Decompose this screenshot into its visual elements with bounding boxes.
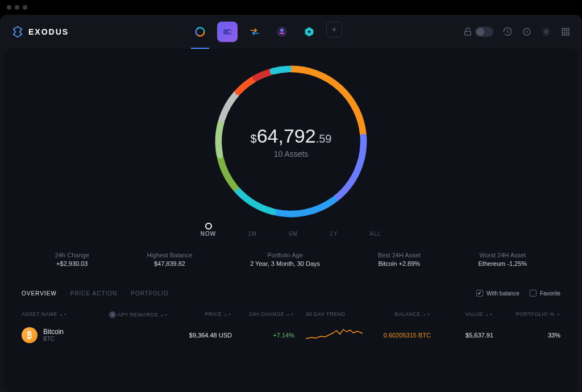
svg-rect-14 [562, 33, 565, 36]
cell-price: $9,364.48 USD [181, 332, 243, 339]
nav-apps[interactable] [299, 22, 319, 42]
cell-change: +7.14% [243, 332, 306, 339]
col-price[interactable]: PRICE▲▼ [181, 311, 243, 318]
table-tab-price-action[interactable]: PRICE ACTION [70, 290, 118, 297]
grid-icon[interactable] [560, 27, 571, 37]
checkbox-icon [476, 290, 483, 297]
table-tab-overview[interactable]: OVERVIEW [22, 290, 57, 297]
filter-favorite[interactable]: Favorite [530, 290, 560, 297]
portfolio-ring-icon [194, 26, 206, 38]
help-icon[interactable]: ? [109, 311, 116, 318]
svg-point-6 [280, 29, 284, 32]
cell-pct: 33% [493, 332, 560, 339]
nav-profile[interactable] [272, 22, 292, 42]
portfolio-donut: $64,792.59 10 Assets [209, 59, 373, 224]
time-tab-1y[interactable]: 1Y [330, 231, 338, 237]
nav-add[interactable] [326, 22, 342, 37]
stat-portfolio-age: Portfolio Age2 Year, 3 Month, 30 Days [250, 252, 320, 267]
wallet-icon [222, 27, 232, 37]
traffic-light-min[interactable] [15, 5, 19, 10]
col-change[interactable]: 24H CHANGE▲▼ [243, 311, 306, 318]
table-header: ASSET NAME▲▼ ? APY REWARDS▲▼ PRICE▲▼ 24H… [3, 311, 579, 318]
stats-row: 24h Change+$2,930.03 Highest Balance$47,… [3, 252, 579, 267]
svg-rect-15 [567, 33, 569, 36]
table-tabs: OVERVIEW PRICE ACTION PORTFOLIO With bal… [3, 285, 579, 301]
refresh-icon[interactable] [522, 27, 532, 37]
col-portfolio-pct[interactable]: PORTFOLIO %▼ [493, 311, 560, 318]
coin-ticker: BTC [43, 336, 64, 342]
bitcoin-icon: ₿ [22, 327, 38, 343]
history-icon[interactable] [502, 27, 513, 37]
col-asset-name[interactable]: ASSET NAME▲▼ [22, 311, 107, 318]
svg-rect-8 [465, 31, 471, 35]
col-value[interactable]: VALUE▲▼ [436, 311, 493, 318]
svg-point-4 [228, 31, 230, 32]
stat-worst-asset: Worst 24H AssetEthereum -1,25% [479, 252, 527, 267]
traffic-light-close[interactable] [7, 5, 11, 10]
profile-icon [276, 26, 288, 38]
exodus-icon [11, 26, 24, 38]
coin-name: Bitcoin [43, 328, 64, 336]
cell-trend [306, 326, 374, 344]
svg-rect-13 [567, 28, 569, 31]
plus-icon [331, 26, 338, 33]
window-chrome [0, 0, 582, 15]
col-trend: 30 DAY TREND [306, 311, 374, 318]
sparkline-icon [306, 326, 363, 342]
checkbox-icon [530, 290, 537, 297]
main-panel: $64,792.59 10 Assets NOW 1M 6M 1Y ALL 24… [3, 49, 579, 392]
cell-value: $5,637.91 [436, 332, 493, 339]
nav-wallet[interactable] [217, 22, 238, 42]
time-range-tabs: NOW 1M 6M 1Y ALL [3, 231, 579, 237]
time-tab-6m[interactable]: 6M [289, 231, 298, 237]
hexagon-plus-icon [303, 26, 315, 38]
brand-logo: EXODUS [11, 26, 69, 38]
stat-best-asset: Best 24H AssetBitcoin +2.89% [378, 252, 421, 267]
svg-rect-12 [562, 28, 565, 31]
col-balance[interactable]: BALANCE▲▼ [374, 311, 436, 318]
table-row[interactable]: ₿ Bitcoin BTC $9,364.48 USD +7.14% 0.602… [3, 326, 579, 344]
table-tab-portfolio[interactable]: PORTFOLIO [131, 290, 169, 297]
stat-24h-change: 24h Change+$2,930.03 [55, 252, 89, 267]
time-tab-all[interactable]: ALL [369, 231, 381, 237]
assets-count: 10 Assets [274, 149, 309, 159]
exchange-icon [249, 26, 260, 37]
unlock-icon [463, 27, 473, 37]
col-apy[interactable]: ? APY REWARDS▲▼ [107, 311, 181, 318]
time-tab-1m[interactable]: 1M [248, 231, 257, 237]
filter-with-balance[interactable]: With balance [476, 290, 519, 297]
svg-point-11 [545, 31, 548, 34]
settings-icon[interactable] [541, 27, 551, 37]
topbar: EXODUS [0, 15, 582, 49]
brand-text: EXODUS [28, 27, 69, 36]
total-balance: $64,792.59 [251, 125, 332, 147]
svg-point-10 [526, 31, 528, 33]
nav-portfolio[interactable] [190, 22, 210, 42]
traffic-light-max[interactable] [23, 5, 27, 10]
time-tab-now[interactable]: NOW [201, 231, 216, 237]
cell-balance: 0.60205315 BTC [374, 332, 436, 339]
stat-highest-balance: Highest Balance$47,839.82 [147, 252, 192, 267]
nav-exchange[interactable] [244, 22, 265, 42]
lock-toggle[interactable] [463, 27, 493, 37]
